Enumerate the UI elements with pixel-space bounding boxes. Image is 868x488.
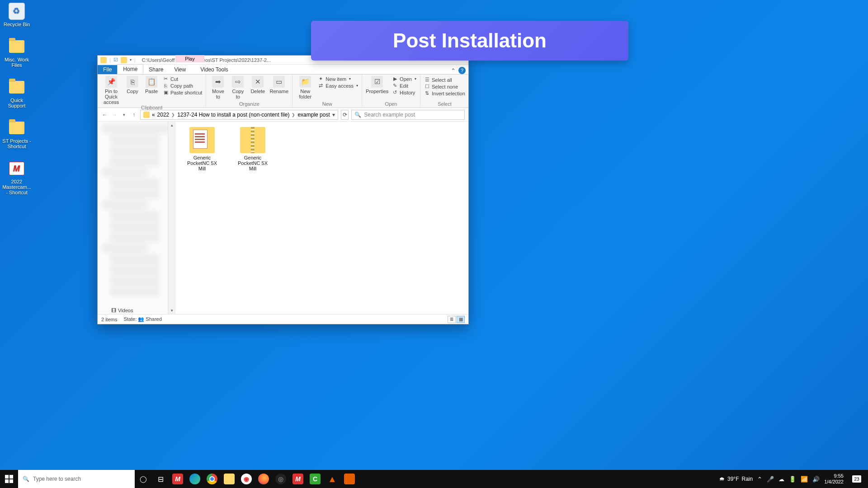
button-label: Select all xyxy=(432,77,452,83)
new-folder-button[interactable]: 📁New folder xyxy=(296,76,314,99)
rename-button[interactable]: ▭Rename xyxy=(269,76,288,99)
desktop-icon-misc-work[interactable]: Misc. Work Files xyxy=(2,38,32,68)
minimize-ribbon-icon[interactable]: ⌃ xyxy=(448,67,458,74)
forward-button[interactable]: → xyxy=(111,110,118,119)
start-button[interactable] xyxy=(0,470,18,488)
easy-access-button[interactable]: ⇄Easy access▾ xyxy=(318,83,358,89)
recent-dropdown[interactable]: ▾ xyxy=(121,110,127,119)
task-view-button[interactable]: ◯ xyxy=(135,470,152,488)
chrome-icon xyxy=(207,474,217,484)
breadcrumb-segment[interactable]: 1237-24 How to install a post (non-conte… xyxy=(177,112,289,118)
select-all-button[interactable]: ☰Select all xyxy=(424,77,465,83)
help-icon[interactable]: ? xyxy=(458,67,466,74)
scroll-down-icon[interactable]: ▾ xyxy=(168,307,175,314)
address-bar[interactable]: « 2022 ❯ 1237-24 How to install a post (… xyxy=(140,110,338,120)
nav-scrollbar[interactable]: ▴ ▾ xyxy=(168,122,175,314)
move-to-button[interactable]: ➡Move to xyxy=(210,76,226,99)
icons-view-button[interactable]: ▦ xyxy=(457,316,465,323)
system-tray: 🌧 39°F Rain ⌃ 🎤 ☁ 🔋 📶 🔊 9:55 1/4/2022 23 xyxy=(719,470,868,488)
taskbar-app-vlc[interactable]: ▲ xyxy=(324,470,341,488)
up-button[interactable]: ↑ xyxy=(130,110,137,119)
qat-check-icon[interactable]: ☑ xyxy=(113,57,118,63)
file-item-zip[interactable]: Generic PocketNC 5X Mill xyxy=(234,127,271,171)
tab-video-tools[interactable]: Video Tools xyxy=(195,65,234,74)
taskbar-search[interactable]: 🔍 Type here to search xyxy=(18,470,135,488)
open-button[interactable]: ▶Open▾ xyxy=(392,76,416,82)
properties-button[interactable]: ☑Properties xyxy=(366,76,388,95)
select-none-button[interactable]: ☐Select none xyxy=(424,84,465,89)
desktop-icon-quick-support[interactable]: Quick Support xyxy=(2,79,32,108)
notification-center-button[interactable]: 23 xyxy=(848,470,865,488)
invert-selection-button[interactable]: ⇅Invert selection xyxy=(424,90,465,96)
tray-mic-icon[interactable]: 🎤 xyxy=(767,476,774,483)
edit-button[interactable]: ✎Edit xyxy=(392,83,416,89)
address-dropdown-icon[interactable]: ▾ xyxy=(332,112,335,118)
folder-icon xyxy=(121,57,127,63)
details-view-button[interactable]: ≣ xyxy=(448,316,456,323)
tab-share[interactable]: Share xyxy=(143,65,169,74)
cut-button[interactable]: ✂Cut xyxy=(163,76,202,82)
new-item-button[interactable]: ✦New item▾ xyxy=(318,76,358,82)
file-item-folder[interactable]: Generic PocketNC 5X Mill xyxy=(184,127,221,171)
search-box[interactable]: 🔍 Search example post xyxy=(351,110,465,120)
quick-access-toolbar: | ☑ ▾ | xyxy=(98,57,138,63)
history-button[interactable]: ↺History xyxy=(392,89,416,95)
folder-icon xyxy=(100,57,107,63)
taskbar-app-generic-red[interactable]: ◉ xyxy=(238,470,255,488)
copy-path-button[interactable]: ⎘Copy path xyxy=(163,83,202,89)
taskbar-app-mastercam[interactable]: M xyxy=(169,470,186,488)
paste-button[interactable]: 📋 Paste xyxy=(144,76,159,105)
easy-access-icon: ⇄ xyxy=(318,83,324,89)
tab-home[interactable]: Home xyxy=(117,64,143,74)
weather-widget[interactable]: 🌧 39°F Rain xyxy=(719,476,753,482)
file-list[interactable]: Generic PocketNC 5X Mill Generic PocketN… xyxy=(175,122,468,314)
tray-chevron-up-icon[interactable]: ⌃ xyxy=(757,476,762,483)
back-button[interactable]: ← xyxy=(101,110,108,119)
taskbar-app-screenrec[interactable] xyxy=(341,470,358,488)
tray-battery-icon[interactable]: 🔋 xyxy=(789,476,796,483)
mastercam-icon xyxy=(9,162,24,175)
taskbar-app-mastercam-2[interactable]: M xyxy=(289,470,307,488)
taskbar-cortana[interactable]: ⊟ xyxy=(152,470,169,488)
status-item-count: 2 items xyxy=(101,317,117,322)
qat-dropdown-icon[interactable]: ▾ xyxy=(130,58,132,62)
refresh-button[interactable]: ⟳ xyxy=(341,110,349,120)
taskbar-clock[interactable]: 9:55 1/4/2022 xyxy=(824,473,844,485)
breadcrumb-segment[interactable]: example post xyxy=(297,112,330,118)
desktop-icon-st-projects[interactable]: ST Projects - Shortcut xyxy=(2,119,32,149)
pin-quick-access-button[interactable]: 📌 Pin to Quick access xyxy=(101,76,121,105)
breadcrumb-overflow[interactable]: « xyxy=(152,112,155,118)
scroll-up-icon[interactable]: ▴ xyxy=(168,122,175,129)
button-label: Copy path xyxy=(170,83,193,89)
status-bar: 2 items State: 👥 Shared ≣ ▦ xyxy=(98,314,468,324)
paste-shortcut-button[interactable]: ▣Paste shortcut xyxy=(163,89,202,95)
desktop-icon-recycle-bin[interactable]: Recycle Bin xyxy=(2,3,32,27)
breadcrumb-segment[interactable]: 2022 xyxy=(157,112,170,118)
tray-wifi-icon[interactable]: 📶 xyxy=(801,476,808,483)
chevron-right-icon[interactable]: ❯ xyxy=(292,113,295,117)
taskbar-app-chrome[interactable] xyxy=(203,470,221,488)
taskbar-app-explorer[interactable] xyxy=(221,470,238,488)
taskbar-app-firefox[interactable] xyxy=(255,470,272,488)
navigation-pane[interactable]: 🎞 Videos ▴ ▾ xyxy=(98,122,175,314)
tab-view[interactable]: View xyxy=(169,65,191,74)
taskbar-app-obs[interactable]: ◎ xyxy=(272,470,289,488)
new-item-icon: ✦ xyxy=(318,76,324,82)
nav-item-videos[interactable]: Videos xyxy=(118,308,133,313)
tray-volume-icon[interactable]: 🔊 xyxy=(812,476,820,483)
contextual-tab-play[interactable]: Play xyxy=(175,55,204,62)
taskbar-app-edge[interactable] xyxy=(186,470,203,488)
delete-button[interactable]: ✕Delete xyxy=(250,76,266,99)
desktop-icon-mastercam[interactable]: 2022 Mastercam... - Shortcut xyxy=(2,160,32,195)
taskbar-app-camtasia[interactable]: C xyxy=(307,470,324,488)
vlc-icon: ▲ xyxy=(327,474,338,484)
copy-to-icon: ⇨ xyxy=(232,76,244,88)
copy-button[interactable]: ⎘ Copy xyxy=(125,76,140,105)
chevron-right-icon[interactable]: ❯ xyxy=(171,113,175,117)
button-label: Select none xyxy=(432,84,458,89)
copy-to-button[interactable]: ⇨Copy to xyxy=(230,76,246,99)
group-label: Select xyxy=(424,101,465,108)
edit-icon: ✎ xyxy=(392,83,398,89)
tray-cloud-icon[interactable]: ☁ xyxy=(778,476,784,483)
tab-file[interactable]: File xyxy=(98,65,117,74)
